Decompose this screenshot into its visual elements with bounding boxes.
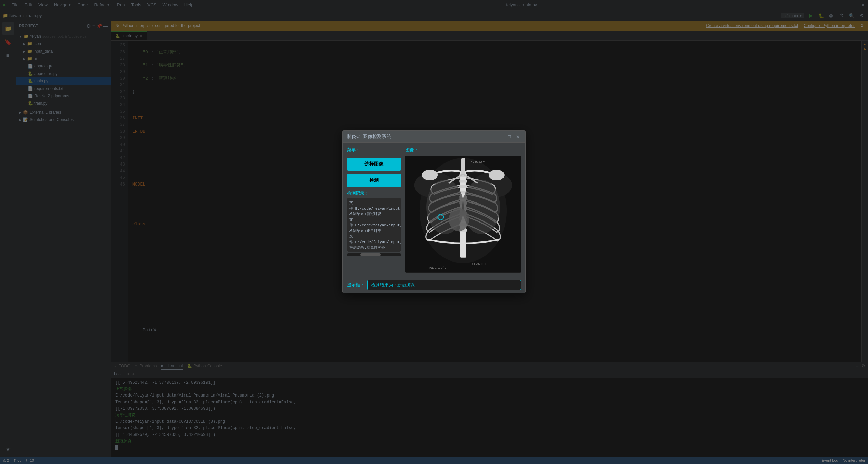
xray-svg: Page: 1 of 2 RX IMAGE SCAN 001: [405, 156, 521, 273]
log-entry-3: 文件:E:/code/feiyan/input_data/: [349, 217, 399, 228]
modal-window-controls: — □ ✕: [497, 134, 521, 140]
image-section-label: 图像：: [405, 147, 521, 153]
svg-point-21: [489, 170, 505, 180]
modal-titlebar: 肺炎CT图像检测系统 — □ ✕: [343, 131, 525, 143]
log-entry-7: 文件:E:/code/feiyan/input_data/: [349, 251, 399, 252]
modal-title: 肺炎CT图像检测系统: [347, 134, 391, 140]
result-label: 提示框：: [347, 282, 364, 288]
log-scrollbar-thumb: [360, 253, 381, 256]
result-value: 检测结果为：新冠肺炎: [367, 280, 521, 290]
modal-footer: 提示框： 检测结果为：新冠肺炎: [343, 277, 525, 293]
select-image-btn[interactable]: 选择图像: [347, 158, 401, 171]
svg-point-17: [462, 180, 500, 234]
modal-body: 菜单： 选择图像 检测 检测记录： 文件:E:/code/feiyan/inpu…: [343, 143, 525, 277]
svg-text:RX IMAGE: RX IMAGE: [470, 161, 485, 164]
detection-log: 文件:E:/code/feiyan/input_data/ 检测结果:新冠肺炎 …: [347, 198, 401, 252]
svg-rect-19: [461, 158, 465, 174]
svg-point-20: [422, 170, 438, 180]
menu-section-label: 菜单：: [347, 147, 401, 153]
modal-left-panel: 菜单： 选择图像 检测 检测记录： 文件:E:/code/feiyan/inpu…: [347, 147, 401, 273]
modal-maximize-btn[interactable]: □: [506, 134, 512, 140]
modal-log-section: 检测记录： 文件:E:/code/feiyan/input_data/ 检测结果…: [347, 190, 401, 256]
detect-btn[interactable]: 检测: [347, 174, 401, 187]
log-entry-2: 检测结果:新冠肺炎: [349, 211, 399, 217]
modal-dialog: 肺炎CT图像检测系统 — □ ✕ 菜单： 选择图像 检测 检测记录： 文件:E:…: [342, 130, 526, 293]
log-entry-1: 文件:E:/code/feiyan/input_data/: [349, 200, 399, 211]
svg-point-18: [449, 208, 469, 231]
svg-text:Page: 1 of 2: Page: 1 of 2: [429, 266, 446, 269]
svg-text:SCAN 001: SCAN 001: [472, 262, 486, 266]
log-entry-5: 文件:E:/code/feiyan/input_data/: [349, 234, 399, 245]
log-entry-4: 检测结果:正常肺部: [349, 228, 399, 234]
modal-overlay: 肺炎CT图像检测系统 — □ ✕ 菜单： 选择图像 检测 检测记录： 文件:E:…: [0, 0, 868, 464]
log-entry-6: 检测结果:病毒性肺炎: [349, 245, 399, 251]
xray-image-panel: Page: 1 of 2 RX IMAGE SCAN 001: [405, 156, 521, 273]
modal-right-panel: 图像：: [405, 147, 521, 273]
svg-point-23: [439, 216, 442, 219]
svg-rect-7: [459, 185, 467, 188]
result-row: 提示框： 检测结果为：新冠肺炎: [347, 280, 521, 290]
log-section-label: 检测记录：: [347, 190, 401, 196]
svg-rect-6: [459, 180, 467, 183]
modal-close-btn[interactable]: ✕: [515, 134, 521, 140]
modal-menu-label: 菜单：: [347, 147, 401, 154]
modal-minimize-btn[interactable]: —: [497, 134, 504, 140]
log-scrollbar[interactable]: [347, 253, 401, 256]
